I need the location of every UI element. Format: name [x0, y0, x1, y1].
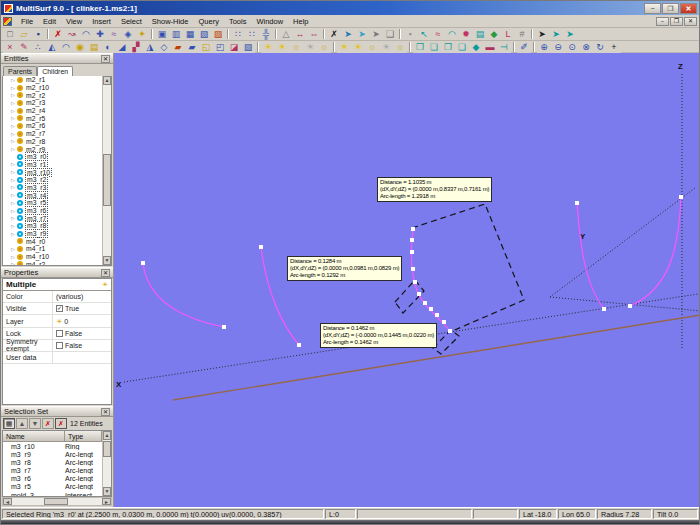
select-pointer-button[interactable]: ➤ [341, 28, 355, 40]
edit-curve-button[interactable]: ↝ [65, 28, 79, 40]
deselect-all-button[interactable]: ✗ [327, 28, 341, 40]
child-close-button[interactable]: ✕ [684, 17, 697, 26]
zoom-extents-button[interactable]: ⊗ [579, 41, 593, 53]
pick-entity-button[interactable]: ➤ [549, 28, 563, 40]
tree-item-m3_r0[interactable]: m3_r0 [3, 153, 111, 161]
property-value[interactable]: False [53, 330, 111, 337]
move-up-button[interactable]: ▲ [16, 418, 28, 429]
entity-surface-button[interactable]: ▤ [473, 28, 487, 40]
tree-item-m2_r8[interactable]: ▷m2_r8 [3, 138, 111, 146]
show-parents-button[interactable]: ☼ [317, 41, 331, 53]
control-point-14[interactable] [423, 301, 427, 305]
insert-swept-button[interactable]: ▰ [185, 41, 199, 53]
remove-from-set-button[interactable]: ✗ [42, 418, 54, 429]
save-file-button[interactable]: ▪ [31, 28, 45, 40]
tree-item-m2_r1[interactable]: ▷m2_r1 [3, 76, 111, 84]
tree-item-m3_r4[interactable]: ▷m3_r4 [3, 191, 111, 199]
zoom-window-button[interactable]: ⊙ [565, 41, 579, 53]
scroll-up-icon[interactable]: ▲ [103, 76, 111, 85]
child-minimize-button[interactable]: − [656, 17, 669, 26]
rotate-view-button[interactable]: ↻ [593, 41, 607, 53]
tree-item-m3_r6[interactable]: ▷m3_r6 [3, 207, 111, 215]
selection-close-icon[interactable]: ✕ [101, 408, 110, 416]
delete-entity-button[interactable]: ✗ [51, 28, 65, 40]
lightbulb-icon[interactable]: ☀ [102, 281, 108, 288]
tree-item-m3_r10[interactable]: ▷m3_r10 [3, 168, 111, 176]
view-split-h-button[interactable]: ▧ [197, 28, 211, 40]
entities-close-icon[interactable]: ✕ [101, 55, 110, 63]
isolate-button[interactable]: ☼ [393, 41, 407, 53]
menu-item-tools[interactable]: Tools [224, 17, 252, 26]
properties-close-icon[interactable]: ✕ [101, 269, 110, 277]
tree-item-m2_r9[interactable]: ▷m2_r9 [3, 145, 111, 153]
viewport-scene[interactable]: XZY [114, 53, 699, 507]
new-file-button[interactable]: □ [3, 28, 17, 40]
view-quad-button[interactable]: ▦ [183, 28, 197, 40]
control-point-12[interactable] [413, 280, 417, 284]
property-value[interactable]: False [53, 342, 111, 349]
control-point-1[interactable] [222, 325, 226, 329]
selection-dashed-outline-0[interactable] [412, 204, 524, 332]
entity-line-button[interactable]: L [501, 28, 515, 40]
tab-parents[interactable]: Parents [3, 66, 37, 76]
control-point-9[interactable] [410, 238, 414, 242]
control-point-0[interactable] [141, 261, 145, 265]
insert-ring-button[interactable]: ◭ [45, 41, 59, 53]
control-point-5[interactable] [602, 307, 606, 311]
add-point-button[interactable]: ✚ [93, 28, 107, 40]
scroll-down-icon[interactable]: ▼ [103, 256, 111, 265]
child-restore-button[interactable]: ❐ [670, 17, 683, 26]
move-down-button[interactable]: ▼ [29, 418, 41, 429]
selection-row-mold_3[interactable]: mold_3Intersect [3, 491, 102, 496]
select-box-button[interactable]: ❑ [383, 28, 397, 40]
column-header-name[interactable]: Name [3, 431, 65, 442]
tree-item-m3_r2[interactable]: ▷m3_r2 [3, 176, 111, 184]
close-button[interactable]: ✕ [680, 3, 697, 14]
arc-tool-button[interactable]: ◠ [79, 28, 93, 40]
tree-item-m4_r0[interactable]: m4_r0 [3, 237, 111, 245]
display-curvature-button[interactable]: ▬ [483, 41, 497, 53]
tree-item-m2_r5[interactable]: ▷m2_r5 [3, 114, 111, 122]
grid-toggle-button[interactable]: ∷ [231, 28, 245, 40]
master-curve-2[interactable] [411, 229, 450, 331]
tree-item-m3_r9[interactable]: ▷m3_r9 [3, 230, 111, 238]
insert-subsurf-button[interactable]: ◰ [213, 41, 227, 53]
tree-item-m2_r2[interactable]: ▷m2_r2 [3, 91, 111, 99]
tree-item-m2_r7[interactable]: ▷m2_r7 [3, 130, 111, 138]
selection-row-m3_r8[interactable]: m3_r8Arc-lengt [3, 459, 102, 467]
checkbox-checked-icon[interactable]: ✓ [56, 305, 63, 312]
insert-ruled-button[interactable]: ◮ [143, 41, 157, 53]
menu-item-select[interactable]: Select [116, 17, 147, 26]
tree-item-m2_r4[interactable]: ▷m2_r4 [3, 107, 111, 115]
viewport-3d[interactable]: XZY Distance = 1.1035 m(dX,dY,dZ) = (0.0… [114, 53, 699, 507]
view-perspective-button[interactable]: ▨ [211, 28, 225, 40]
control-point-7[interactable] [679, 195, 683, 199]
column-header-type[interactable]: Type [65, 431, 102, 442]
insert-knotlist-button[interactable]: ▧ [241, 41, 255, 53]
control-point-16[interactable] [435, 313, 439, 317]
measure-distance-button[interactable]: ↔ [293, 28, 307, 40]
tab-children[interactable]: Children [37, 66, 73, 76]
toggle-visibility-button[interactable]: ☀ [379, 41, 393, 53]
view-single-button[interactable]: ▣ [155, 28, 169, 40]
insert-bead-button[interactable]: ∴ [31, 41, 45, 53]
insert-bcurve-button[interactable]: ▤ [87, 41, 101, 53]
menu-item-insert[interactable]: Insert [87, 17, 116, 26]
show-selected-button[interactable]: ☀ [275, 41, 289, 53]
entity-solid-button[interactable]: ◆ [487, 28, 501, 40]
display-normals-button[interactable]: ⊣ [497, 41, 511, 53]
property-value[interactable]: ✓True [53, 305, 111, 312]
restore-button[interactable]: ❐ [662, 3, 679, 14]
control-point-8[interactable] [411, 227, 415, 231]
insert-ccurve-button[interactable]: ◐ [101, 41, 115, 53]
selection-table-scrollbar[interactable]: ▲ ▼ [102, 431, 111, 496]
insert-arc-button[interactable]: ◠ [59, 41, 73, 53]
tree-item-m4_r2[interactable]: ▷m4_r2 [3, 261, 111, 267]
tree-item-m3_r7[interactable]: ▷m3_r7 [3, 214, 111, 222]
master-curve-3[interactable] [577, 203, 604, 309]
scroll-down-icon[interactable]: ▼ [103, 487, 111, 496]
checkbox-unchecked-icon[interactable] [56, 342, 63, 349]
insert-lofted-button[interactable]: ▰ [171, 41, 185, 53]
control-point-10[interactable] [410, 250, 414, 254]
display-wireframe-button[interactable]: ❐ [413, 41, 427, 53]
